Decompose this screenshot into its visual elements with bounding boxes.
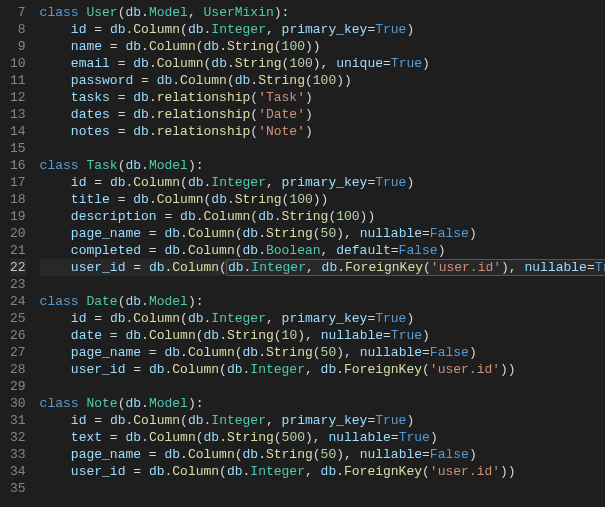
line-number: 33 [10, 446, 26, 463]
code-line[interactable]: id = db.Column(db.Integer, primary_key=T… [40, 21, 605, 38]
line-number: 34 [10, 463, 26, 480]
code-line[interactable]: user_id = db.Column(db.Integer, db.Forei… [40, 463, 605, 480]
line-number: 18 [10, 191, 26, 208]
line-number: 7 [10, 4, 26, 21]
line-number: 16 [10, 157, 26, 174]
line-number: 29 [10, 378, 26, 395]
code-line[interactable]: id = db.Column(db.Integer, primary_key=T… [40, 174, 605, 191]
code-line[interactable]: title = db.Column(db.String(100)) [40, 191, 605, 208]
code-line[interactable]: page_name = db.Column(db.String(50), nul… [40, 344, 605, 361]
line-number: 11 [10, 72, 26, 89]
line-number: 13 [10, 106, 26, 123]
code-line[interactable]: class User(db.Model, UserMixin): [40, 4, 605, 21]
line-number: 26 [10, 327, 26, 344]
code-line[interactable]: dates = db.relationship('Date') [40, 106, 605, 123]
code-line[interactable]: completed = db.Column(db.Boolean, defaul… [40, 242, 605, 259]
code-editor[interactable]: 7891011121314151617181920212223242526272… [0, 0, 605, 507]
line-number: 23 [10, 276, 26, 293]
code-line[interactable] [40, 480, 605, 497]
line-number: 35 [10, 480, 26, 497]
line-number: 14 [10, 123, 26, 140]
line-number: 20 [10, 225, 26, 242]
line-number: 31 [10, 412, 26, 429]
code-line[interactable]: text = db.Column(db.String(500), nullabl… [40, 429, 605, 446]
code-line[interactable]: class Task(db.Model): [40, 157, 605, 174]
code-line[interactable]: user_id = db.Column(db.Integer, db.Forei… [40, 361, 605, 378]
line-number: 8 [10, 21, 26, 38]
code-line[interactable]: id = db.Column(db.Integer, primary_key=T… [40, 310, 605, 327]
code-line[interactable]: page_name = db.Column(db.String(50), nul… [40, 446, 605, 463]
line-number: 10 [10, 55, 26, 72]
code-line[interactable]: notes = db.relationship('Note') [40, 123, 605, 140]
line-number: 22 [10, 259, 26, 276]
line-number: 9 [10, 38, 26, 55]
code-line[interactable]: password = db.Column(db.String(100)) [40, 72, 605, 89]
line-number: 19 [10, 208, 26, 225]
code-line[interactable]: id = db.Column(db.Integer, primary_key=T… [40, 412, 605, 429]
code-line[interactable]: email = db.Column(db.String(100), unique… [40, 55, 605, 72]
line-number: 32 [10, 429, 26, 446]
line-number: 24 [10, 293, 26, 310]
code-line[interactable] [40, 140, 605, 157]
code-line[interactable]: user_id = db.Column(db.Integer, db.Forei… [40, 259, 605, 276]
code-line[interactable]: page_name = db.Column(db.String(50), nul… [40, 225, 605, 242]
code-area[interactable]: class User(db.Model, UserMixin): id = db… [40, 0, 605, 507]
code-line[interactable]: date = db.Column(db.String(10), nullable… [40, 327, 605, 344]
code-line[interactable] [40, 378, 605, 395]
line-number: 17 [10, 174, 26, 191]
line-number: 12 [10, 89, 26, 106]
line-number: 15 [10, 140, 26, 157]
line-number: 28 [10, 361, 26, 378]
code-line[interactable]: class Date(db.Model): [40, 293, 605, 310]
line-number: 25 [10, 310, 26, 327]
line-number: 27 [10, 344, 26, 361]
line-number: 30 [10, 395, 26, 412]
code-line[interactable]: tasks = db.relationship('Task') [40, 89, 605, 106]
code-line[interactable]: class Note(db.Model): [40, 395, 605, 412]
code-line[interactable]: name = db.Column(db.String(100)) [40, 38, 605, 55]
code-line[interactable] [40, 276, 605, 293]
line-number: 21 [10, 242, 26, 259]
code-line[interactable]: description = db.Column(db.String(100)) [40, 208, 605, 225]
line-number-gutter: 7891011121314151617181920212223242526272… [0, 0, 40, 507]
